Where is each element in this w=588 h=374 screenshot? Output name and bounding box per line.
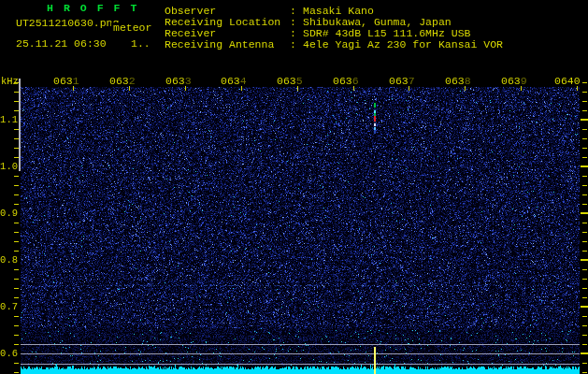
filename-label: UT2511210630.png [16,18,119,29]
x-tick-label: 0639 [501,76,527,87]
x-tick-label: 0636 [333,76,359,87]
hrofft-screen: HROFFT UT2511210630.png meteor 25.11.21 … [0,0,588,374]
y-tick-label: 1.0 [0,161,18,172]
datetime-label: 25.11.21 06:30 [16,38,107,50]
y-tick-label: 0.9 [0,208,18,219]
app-title: HROFFT [47,3,147,14]
x-tick-label: 0634 [221,76,247,87]
field-label-antenna: Receiving Antenna [165,39,274,50]
y-tick-label: 1.1 [0,114,18,125]
y-tick-label: 0.6 [0,348,18,359]
y-axis-unit: kHz [1,76,19,87]
field-separator: : [290,39,296,50]
x-tick-label: 0632 [109,76,136,87]
meteor-mode-label: meteor [111,22,151,34]
x-tick-label: 0633 [165,76,192,87]
x-tick-label: 0640 [554,76,581,87]
x-tick-label: 0631 [53,76,79,87]
y-tick-label: 0.7 [0,301,18,312]
x-tick-label: 0637 [389,76,415,87]
datetime-suffix: 1.. [131,38,151,50]
x-tick-label: 0638 [445,76,471,87]
y-tick-label: 0.8 [0,254,18,266]
field-value-antenna: 4ele Yagi Az 230 for Kansai VOR [303,39,503,50]
x-tick-label: 0635 [277,76,303,87]
spectrogram-canvas [0,0,588,374]
